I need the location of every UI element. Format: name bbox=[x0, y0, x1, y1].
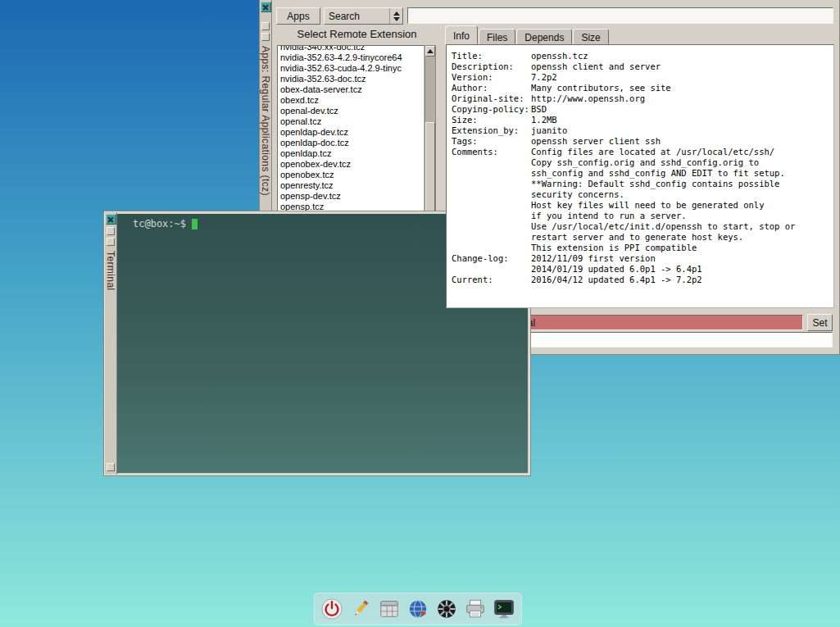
terminal-resize-handle[interactable] bbox=[107, 463, 115, 471]
info-value: Config files are located at /usr/local/e… bbox=[531, 147, 829, 253]
info-row: Version:7.2p2 bbox=[452, 72, 829, 83]
info-row: Comments:Config files are located at /us… bbox=[452, 147, 829, 253]
terminal-close-button[interactable] bbox=[106, 214, 116, 225]
dock-item-browser-globe[interactable] bbox=[406, 597, 430, 621]
dock-item-power[interactable] bbox=[320, 597, 344, 621]
list-item[interactable]: opensp-dev.tcz bbox=[278, 191, 424, 202]
info-row: Size:1.2MB bbox=[452, 115, 829, 125]
info-label: Current: bbox=[452, 275, 531, 285]
apps-menu-button[interactable]: Apps bbox=[276, 7, 320, 25]
tab-bar: InfoFilesDependsSize bbox=[445, 25, 610, 44]
list-item[interactable]: openldap-dev.tcz bbox=[278, 127, 424, 138]
list-item[interactable]: openresty.tcz bbox=[278, 180, 424, 191]
info-row: Author:Many contributors, see site bbox=[452, 83, 829, 93]
list-item[interactable]: openal-dev.tcz bbox=[278, 106, 424, 116]
info-row: Current:2016/04/12 updated 6.4p1 -> 7.2p… bbox=[452, 275, 829, 285]
info-value: openssh client and server bbox=[531, 61, 829, 72]
info-label: Description: bbox=[452, 61, 531, 72]
tab-depends[interactable]: Depends bbox=[516, 29, 572, 44]
dock-item-printer[interactable] bbox=[463, 597, 488, 621]
power-icon bbox=[320, 597, 343, 620]
info-label: Extension_by: bbox=[452, 125, 531, 136]
info-row: Original-site:http://www.openssh.org bbox=[452, 93, 829, 104]
tab-files[interactable]: Files bbox=[479, 29, 515, 44]
browser-globe-icon bbox=[406, 597, 429, 620]
info-row: Extension_by:juanito bbox=[452, 125, 829, 136]
apps-shade-button[interactable] bbox=[261, 22, 270, 30]
vertical-scroll-thumb[interactable] bbox=[425, 122, 435, 220]
info-label: Copying-policy: bbox=[452, 104, 531, 115]
select-remote-extension-heading: Select Remote Extension bbox=[276, 28, 438, 40]
list-item[interactable]: obexd.tcz bbox=[278, 95, 424, 106]
dock-item-control-wheel[interactable] bbox=[434, 597, 459, 621]
terminal-title-vertical: Terminal bbox=[105, 251, 116, 291]
info-value: BSD bbox=[531, 104, 829, 115]
apps-grid-icon bbox=[378, 597, 401, 620]
stepper-arrows-icon[interactable] bbox=[389, 8, 402, 24]
info-label: Comments: bbox=[452, 147, 531, 253]
info-value: 2016/04/12 updated 6.4p1 -> 7.2p2 bbox=[531, 275, 829, 285]
set-button[interactable]: Set bbox=[807, 314, 833, 331]
info-row: Title:openssh.tcz bbox=[452, 51, 829, 61]
apps-iconify-button[interactable] bbox=[261, 33, 270, 41]
info-value: juanito bbox=[531, 125, 829, 136]
apps-window-title-vertical: Apps: Regular Applications (tcz) bbox=[260, 46, 271, 196]
terminal-iconify-button[interactable] bbox=[107, 238, 115, 246]
close-icon bbox=[261, 2, 270, 11]
search-mode-value: Search bbox=[325, 8, 389, 24]
dock-item-editor-pencil[interactable] bbox=[348, 597, 373, 621]
set-button-label: Set bbox=[812, 317, 827, 329]
info-value: 1.2MB bbox=[531, 115, 829, 125]
dock bbox=[314, 593, 522, 625]
terminal-shade-button[interactable] bbox=[107, 227, 115, 235]
terminal-titlebar[interactable]: Terminal bbox=[105, 212, 117, 475]
list-item[interactable]: obex-data-server.tcz bbox=[278, 84, 424, 95]
info-row: Change-log:2012/11/09 first version2014/… bbox=[452, 253, 829, 275]
search-input[interactable] bbox=[407, 7, 833, 24]
list-item[interactable]: nvidia-352.63-doc.tcz bbox=[278, 74, 424, 84]
close-icon bbox=[107, 215, 116, 224]
info-label: Author: bbox=[452, 83, 531, 93]
apps-menu-label: Apps bbox=[287, 11, 309, 22]
info-label: Tags: bbox=[452, 136, 531, 147]
terminal-icon bbox=[493, 597, 515, 620]
info-value: 2012/11/09 first version2014/01/19 updat… bbox=[531, 253, 829, 275]
scroll-up-icon bbox=[427, 49, 434, 53]
list-item[interactable]: nvidia-352.63-cuda-4.2.9-tinyc bbox=[278, 63, 424, 74]
info-label: Version: bbox=[452, 72, 531, 83]
info-label: Title: bbox=[452, 51, 531, 61]
info-panel-content: Title:openssh.tczDescription:openssh cli… bbox=[447, 45, 833, 291]
tab-info[interactable]: Info bbox=[445, 25, 478, 44]
info-row: Description:openssh client and server bbox=[452, 61, 829, 72]
list-item[interactable]: openobex.tcz bbox=[278, 170, 424, 180]
terminal-prompt: tc@box:~$ bbox=[133, 218, 186, 229]
dock-item-terminal[interactable] bbox=[492, 597, 516, 621]
dock-item-apps-grid[interactable] bbox=[377, 597, 402, 621]
editor-pencil-icon bbox=[349, 597, 372, 620]
control-wheel-icon bbox=[435, 597, 458, 620]
scroll-up-button[interactable] bbox=[425, 46, 435, 57]
apps-close-button[interactable] bbox=[261, 2, 271, 12]
list-item[interactable]: openldap-doc.tcz bbox=[278, 138, 424, 148]
list-item[interactable]: nvidia-340.xx-doc.tcz bbox=[278, 45, 424, 52]
list-item[interactable]: openldap.tcz bbox=[278, 148, 424, 159]
list-item[interactable]: openobex-dev.tcz bbox=[278, 159, 424, 170]
arrow-up-icon bbox=[393, 11, 400, 16]
search-mode-choice[interactable]: Search bbox=[324, 7, 403, 25]
info-value: 7.2p2 bbox=[531, 72, 829, 83]
list-item[interactable]: openal.tcz bbox=[278, 116, 424, 127]
info-value: openssh.tcz bbox=[531, 51, 829, 61]
tab-size[interactable]: Size bbox=[573, 29, 608, 44]
printer-icon bbox=[464, 597, 487, 620]
info-label: Size: bbox=[452, 115, 531, 125]
desktop: Apps: Regular Applications (tcz) Apps Se… bbox=[0, 0, 840, 627]
info-row: Copying-policy:BSD bbox=[452, 104, 829, 115]
info-label: Change-log: bbox=[452, 253, 531, 275]
info-value: openssh server client ssh bbox=[531, 136, 829, 147]
info-row: Tags:openssh server client ssh bbox=[452, 136, 829, 147]
info-panel: Title:openssh.tczDescription:openssh cli… bbox=[446, 44, 834, 308]
info-value: http://www.openssh.org bbox=[531, 93, 829, 104]
list-item[interactable]: nvidia-352.63-4.2.9-tinycore64 bbox=[278, 52, 424, 63]
info-label: Original-site: bbox=[452, 93, 531, 104]
info-value: Many contributors, see site bbox=[531, 83, 829, 93]
